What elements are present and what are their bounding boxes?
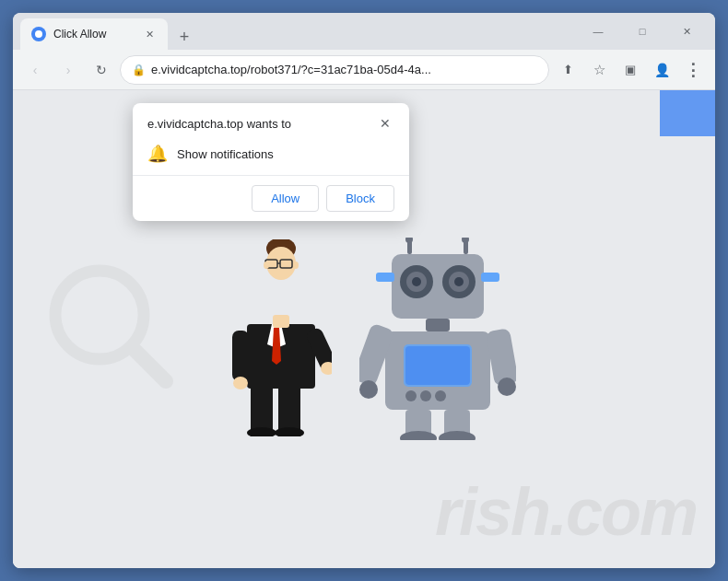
- notification-label-text: Show notifications: [177, 147, 274, 161]
- svg-point-40: [435, 390, 446, 401]
- content-area: rish.com e.vividcaptcha.top wants to ✕ 🔔…: [13, 90, 715, 568]
- url-text: e.vividcaptcha.top/robot371/?c=31ac71ba-…: [151, 63, 537, 76]
- new-tab-button[interactable]: +: [171, 24, 197, 50]
- svg-rect-34: [426, 319, 450, 331]
- svg-point-8: [293, 261, 299, 269]
- svg-rect-10: [278, 381, 300, 432]
- browser-window: Click Allow ✕ + — □ ✕ ‹ › ↻ 🔒 e.vividcap…: [13, 13, 715, 568]
- tab-close-button[interactable]: ✕: [142, 27, 157, 41]
- popup-header: e.vividcaptcha.top wants to ✕: [133, 103, 409, 140]
- block-button[interactable]: Block: [326, 185, 394, 212]
- reload-button[interactable]: ↻: [87, 55, 116, 85]
- svg-rect-16: [232, 331, 249, 381]
- svg-rect-32: [376, 273, 394, 282]
- title-bar: Click Allow ✕ + — □ ✕: [13, 13, 715, 50]
- person-figure: [217, 239, 346, 440]
- maximize-button[interactable]: □: [621, 13, 663, 50]
- svg-point-44: [498, 378, 516, 396]
- svg-point-42: [359, 380, 378, 399]
- svg-rect-9: [251, 381, 273, 432]
- svg-rect-20: [273, 315, 289, 328]
- scene: [217, 238, 511, 459]
- menu-button[interactable]: ⋮: [678, 55, 708, 85]
- svg-point-38: [405, 390, 417, 401]
- popup-domain-text: e.vividcaptcha.top wants to: [147, 117, 291, 131]
- window-controls: — □ ✕: [577, 13, 708, 50]
- svg-rect-33: [481, 273, 499, 282]
- lock-icon: 🔒: [132, 64, 146, 76]
- person-head: [261, 239, 301, 280]
- popup-close-button[interactable]: ✕: [376, 114, 394, 133]
- tab-title: Click Allow: [53, 28, 135, 41]
- tab-favicon: [31, 27, 46, 41]
- toolbar-actions: ⬆ ☆ ▣ 👤 ⋮: [553, 55, 708, 85]
- watermark-text: rish.com: [435, 474, 697, 550]
- svg-point-17: [233, 377, 248, 389]
- share-button[interactable]: ⬆: [553, 55, 582, 85]
- notification-popup: e.vividcaptcha.top wants to ✕ 🔔 Show not…: [133, 103, 409, 221]
- browser-toolbar: ‹ › ↻ 🔒 e.vividcaptcha.top/robot371/?c=3…: [13, 50, 715, 90]
- svg-point-31: [454, 277, 464, 286]
- page-background: rish.com e.vividcaptcha.top wants to ✕ 🔔…: [13, 90, 715, 568]
- svg-line-1: [132, 347, 166, 381]
- svg-rect-37: [405, 346, 470, 385]
- popup-buttons: Allow Block: [133, 176, 409, 221]
- person-body: [230, 280, 332, 440]
- close-button[interactable]: ✕: [665, 13, 708, 50]
- magnifier-icon: [41, 256, 188, 403]
- back-button[interactable]: ‹: [20, 55, 50, 85]
- robot-figure: [364, 238, 511, 440]
- minimize-button[interactable]: —: [577, 13, 619, 50]
- forward-button[interactable]: ›: [53, 55, 83, 85]
- active-tab[interactable]: Click Allow ✕: [20, 18, 168, 50]
- bookmark-button[interactable]: ☆: [584, 55, 614, 85]
- svg-point-3: [266, 247, 296, 280]
- account-button[interactable]: 👤: [647, 55, 676, 85]
- extension-button[interactable]: ▣: [616, 55, 645, 85]
- bell-icon: 🔔: [147, 144, 168, 164]
- allow-button[interactable]: Allow: [252, 185, 319, 212]
- svg-point-39: [420, 390, 431, 401]
- address-bar[interactable]: 🔒 e.vividcaptcha.top/robot371/?c=31ac71b…: [120, 55, 549, 85]
- svg-point-28: [412, 277, 421, 286]
- blue-accent-strip: [660, 90, 715, 136]
- svg-point-0: [55, 271, 144, 359]
- svg-point-7: [264, 261, 269, 269]
- tab-area: Click Allow ✕ +: [20, 13, 573, 50]
- popup-notification-row: 🔔 Show notifications: [133, 140, 409, 175]
